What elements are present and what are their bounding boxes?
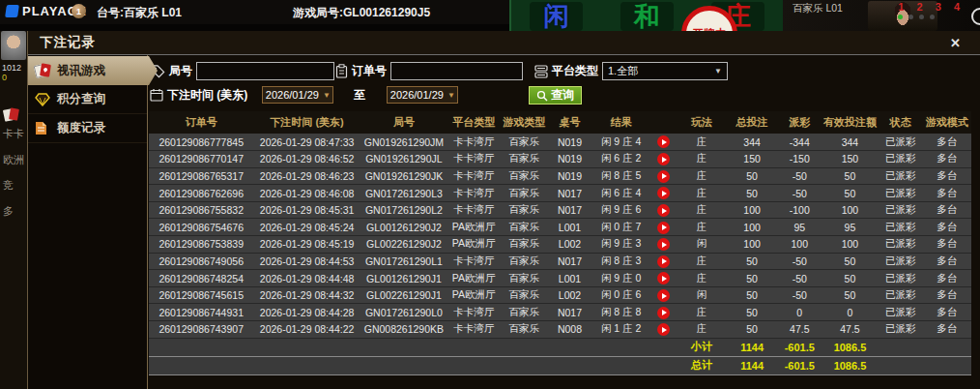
cell-result: 闲 0 庄 6 xyxy=(591,286,651,304)
tab-label: 视讯游戏 xyxy=(57,63,105,79)
column-header: 桌号 xyxy=(548,111,591,134)
round-input[interactable] xyxy=(196,62,334,80)
cell-total-bet: 50 xyxy=(727,286,777,304)
lobby-item-2[interactable]: 欧洲 xyxy=(3,153,24,167)
platform-select[interactable]: 1.全部 ▼ xyxy=(602,62,728,80)
column-header: 游戏模式 xyxy=(923,111,971,134)
cell-total-bet: 100 xyxy=(727,201,777,219)
column-header: 下注时间 (美东) xyxy=(253,111,360,134)
replay-button[interactable] xyxy=(657,187,670,199)
cell-round: GL002261290J2 xyxy=(360,236,447,254)
bet-zone-player[interactable]: 闲 xyxy=(530,2,583,31)
cell-table-no: L001 xyxy=(548,270,591,287)
cell-mode: 多台 xyxy=(923,304,971,321)
cell-mode: 多台 xyxy=(923,286,971,304)
shoe-indicator: 1 2 3 4 xyxy=(898,1,965,19)
column-header: 玩法 xyxy=(677,111,727,134)
list-icon xyxy=(534,65,548,78)
cell-time: 2026-01-29 08:47:33 xyxy=(253,134,360,151)
modal-header: 下注记录 ✕ xyxy=(28,31,980,55)
cell-valid-bet: 47.5 xyxy=(821,321,878,339)
cell-platform: 卡卡湾厅 xyxy=(447,167,500,185)
replay-button[interactable] xyxy=(657,170,670,183)
cell-table-no: N019 xyxy=(548,167,591,185)
cell-round: GN017261290L0 xyxy=(360,304,447,321)
cell-mode: 多台 xyxy=(923,167,971,185)
cell-result: 闲 9 庄 0 xyxy=(591,270,651,287)
replay-button[interactable] xyxy=(657,204,670,217)
lobby-strip: 1012 0 卡卡 欧洲 竞 多 xyxy=(0,31,27,389)
cell-time: 2026-01-29 08:44:32 xyxy=(253,286,360,304)
replay-button[interactable] xyxy=(657,135,670,148)
column-header: 平台类型 xyxy=(447,111,500,134)
cell-bet-on: 庄 xyxy=(677,134,727,151)
tab-points-query[interactable]: 积分查询 xyxy=(28,85,147,114)
lobby-item-4[interactable]: 多 xyxy=(3,204,14,219)
cell-result: 闲 0 庄 7 xyxy=(591,219,651,236)
search-button[interactable]: 查询 xyxy=(529,86,582,105)
cell-status: 已派彩 xyxy=(879,321,923,339)
cell-table-no: L001 xyxy=(548,219,591,236)
cell-table-no: N017 xyxy=(548,185,591,202)
cell-replay xyxy=(651,286,677,304)
cell-bet-on: 庄 xyxy=(677,304,727,321)
replay-button[interactable] xyxy=(657,153,670,165)
cell-game-type: 百家乐 xyxy=(500,134,548,151)
cell-table-no: N019 xyxy=(548,134,591,151)
subtotal-row: 小计 1144 -601.5 1086.5 xyxy=(149,338,971,356)
cell-round: GN017261290L1 xyxy=(360,253,447,270)
date-to-picker[interactable]: 2026/01/29 ▼ xyxy=(387,86,458,104)
cell-round: GN019261290JL xyxy=(360,151,447,168)
cell-valid-bet: 50 xyxy=(821,185,878,202)
replay-button[interactable] xyxy=(657,307,670,319)
replay-button[interactable] xyxy=(657,323,670,336)
cell-time: 2026-01-29 08:44:22 xyxy=(253,321,360,339)
cell-bet-on: 庄 xyxy=(677,270,727,287)
topbar-ring-icon xyxy=(971,8,980,25)
column-header: 总投注 xyxy=(727,111,777,134)
bet-zone-tie[interactable]: 和 xyxy=(620,2,674,31)
avatar[interactable] xyxy=(1,31,26,60)
cell-round: GL001261290J1 xyxy=(360,270,447,287)
cards-icon xyxy=(35,64,51,78)
cell-replay xyxy=(651,253,677,270)
video-table-title: 百家乐 L01 xyxy=(793,2,843,15)
time-filter-label: 下注时间 (美东) xyxy=(167,87,247,104)
column-header: 游戏类型 xyxy=(500,111,548,134)
cell-table-no: N008 xyxy=(548,321,591,339)
replay-button[interactable] xyxy=(657,222,670,234)
tab-label: 额度记录 xyxy=(57,120,105,136)
cell-round: GN019261290JK xyxy=(360,167,447,185)
tab-quota-records[interactable]: 额度记录 xyxy=(28,114,147,143)
cell-game-type: 百家乐 xyxy=(500,167,548,185)
cell-result: 闲 9 庄 6 xyxy=(591,201,651,219)
cell-game-type: 百家乐 xyxy=(500,236,548,254)
cell-game-type: 百家乐 xyxy=(500,151,548,168)
date-from-picker[interactable]: 2026/01/29 ▼ xyxy=(262,86,333,104)
cell-mode: 多台 xyxy=(923,253,971,270)
replay-button[interactable] xyxy=(657,238,670,251)
replay-button[interactable] xyxy=(657,289,670,302)
close-icon[interactable]: ✕ xyxy=(950,36,968,50)
totals-body: 小计 1144 -601.5 1086.5 总计 1144 -601.5 108… xyxy=(149,338,971,374)
cell-order: 260129086753839 xyxy=(149,236,253,254)
search-group: 查询 xyxy=(529,86,582,105)
table-row: 2601290867538392026-01-29 08:45:19GL0022… xyxy=(149,236,971,254)
lobby-item-1[interactable]: 卡卡 xyxy=(3,127,24,141)
cell-bet-on: 庄 xyxy=(677,185,727,202)
cell-order: 260129086754676 xyxy=(149,219,253,236)
replay-button[interactable] xyxy=(657,272,670,284)
column-header: 结果 xyxy=(591,111,651,134)
grand-total-label: 总计 xyxy=(677,356,727,374)
replay-button[interactable] xyxy=(657,255,670,268)
order-input[interactable] xyxy=(390,62,523,80)
topbar-left: PLAYACE 1 台号:百家乐 L01 游戏局号:GL001261290J5 xyxy=(0,0,509,31)
cell-total-bet: 50 xyxy=(727,321,777,339)
cell-bet-on: 庄 xyxy=(677,253,727,270)
lobby-item-3[interactable]: 竞 xyxy=(3,178,14,193)
chevron-down-icon: ▼ xyxy=(714,67,722,75)
tab-video-games[interactable]: 视讯游戏 xyxy=(28,56,158,85)
table-row: 2601290867490562026-01-29 08:44:53GN0172… xyxy=(149,253,971,270)
cell-replay xyxy=(651,236,677,254)
tab-label: 积分查询 xyxy=(57,91,105,107)
